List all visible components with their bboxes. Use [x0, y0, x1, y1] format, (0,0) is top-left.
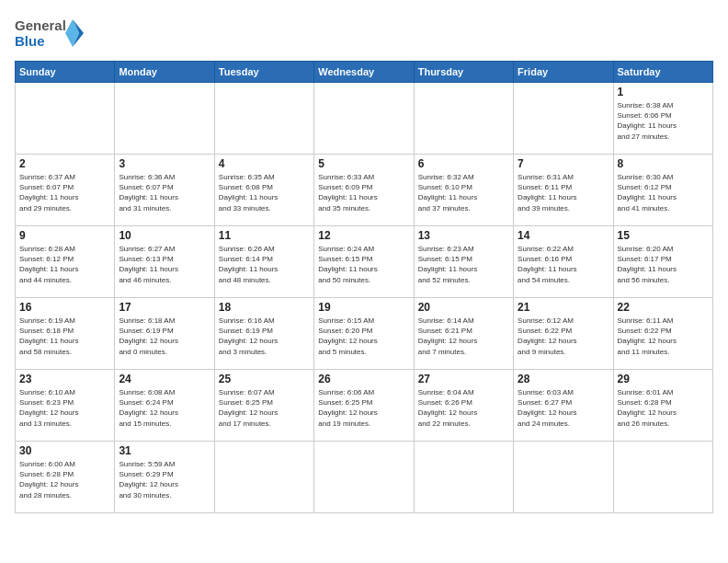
day-number: 3: [119, 157, 210, 170]
day-info: Sunrise: 6:15 AM Sunset: 6:20 PM Dayligh…: [318, 316, 409, 357]
calendar-cell: 31Sunrise: 5:59 AM Sunset: 6:29 PM Dayli…: [115, 442, 214, 513]
day-info: Sunrise: 6:01 AM Sunset: 6:28 PM Dayligh…: [618, 387, 709, 429]
day-number: 9: [19, 229, 110, 242]
weekday-monday: Monday: [115, 62, 214, 83]
day-number: 18: [219, 301, 310, 314]
calendar-week-4: 16Sunrise: 6:19 AM Sunset: 6:18 PM Dayli…: [16, 298, 713, 370]
day-number: 17: [119, 301, 210, 314]
day-number: 31: [119, 444, 210, 457]
svg-marker-3: [65, 19, 79, 47]
day-info: Sunrise: 6:12 AM Sunset: 6:22 PM Dayligh…: [518, 316, 609, 357]
calendar-cell: 18Sunrise: 6:16 AM Sunset: 6:19 PM Dayli…: [214, 298, 313, 370]
day-number: 7: [518, 157, 609, 170]
svg-text:Blue: Blue: [15, 33, 45, 49]
weekday-friday: Friday: [514, 62, 613, 83]
day-number: 28: [518, 373, 609, 385]
day-info: Sunrise: 6:33 AM Sunset: 6:09 PM Dayligh…: [318, 172, 409, 213]
day-number: 26: [318, 373, 409, 385]
calendar-cell: 21Sunrise: 6:12 AM Sunset: 6:22 PM Dayli…: [514, 298, 613, 370]
calendar-cell: 12Sunrise: 6:24 AM Sunset: 6:15 PM Dayli…: [314, 226, 414, 298]
weekday-saturday: Saturday: [613, 62, 712, 83]
day-info: Sunrise: 6:14 AM Sunset: 6:21 PM Dayligh…: [418, 316, 509, 357]
day-info: Sunrise: 6:30 AM Sunset: 6:12 PM Dayligh…: [618, 172, 709, 213]
calendar-cell: [514, 83, 613, 155]
calendar-header: SundayMondayTuesdayWednesdayThursdayFrid…: [16, 62, 713, 83]
calendar-cell: [613, 442, 712, 513]
day-number: 12: [318, 229, 409, 242]
weekday-tuesday: Tuesday: [214, 62, 313, 83]
day-number: 16: [19, 301, 110, 314]
day-info: Sunrise: 6:07 AM Sunset: 6:25 PM Dayligh…: [219, 387, 310, 429]
calendar-cell: 11Sunrise: 6:26 AM Sunset: 6:14 PM Dayli…: [214, 226, 313, 298]
calendar-cell: 9Sunrise: 6:28 AM Sunset: 6:12 PM Daylig…: [16, 226, 115, 298]
day-info: Sunrise: 6:35 AM Sunset: 6:08 PM Dayligh…: [219, 172, 310, 213]
day-number: 22: [618, 301, 709, 314]
calendar-cell: 15Sunrise: 6:20 AM Sunset: 6:17 PM Dayli…: [613, 226, 712, 298]
logo: GeneralBlue: [15, 15, 88, 52]
calendar-week-3: 9Sunrise: 6:28 AM Sunset: 6:12 PM Daylig…: [16, 226, 713, 298]
day-info: Sunrise: 5:59 AM Sunset: 6:29 PM Dayligh…: [119, 459, 210, 500]
day-number: 30: [19, 444, 110, 457]
calendar-cell: 22Sunrise: 6:11 AM Sunset: 6:22 PM Dayli…: [613, 298, 712, 370]
page: GeneralBlue SundayMondayTuesdayWednesday…: [0, 0, 728, 563]
day-info: Sunrise: 6:10 AM Sunset: 6:23 PM Dayligh…: [19, 387, 110, 429]
weekday-header-row: SundayMondayTuesdayWednesdayThursdayFrid…: [16, 62, 713, 83]
calendar-cell: [314, 442, 414, 513]
day-number: 27: [418, 373, 509, 385]
weekday-thursday: Thursday: [414, 62, 513, 83]
calendar-cell: 6Sunrise: 6:32 AM Sunset: 6:10 PM Daylig…: [414, 155, 513, 226]
day-info: Sunrise: 6:27 AM Sunset: 6:13 PM Dayligh…: [119, 244, 210, 285]
day-number: 21: [518, 301, 609, 314]
day-info: Sunrise: 6:31 AM Sunset: 6:11 PM Dayligh…: [518, 172, 609, 213]
calendar-cell: 17Sunrise: 6:18 AM Sunset: 6:19 PM Dayli…: [115, 298, 214, 370]
calendar-body: 1Sunrise: 6:38 AM Sunset: 6:06 PM Daylig…: [16, 83, 713, 513]
calendar-cell: 3Sunrise: 6:36 AM Sunset: 6:07 PM Daylig…: [115, 155, 214, 226]
calendar-cell: [214, 83, 313, 155]
weekday-wednesday: Wednesday: [314, 62, 414, 83]
day-info: Sunrise: 6:08 AM Sunset: 6:24 PM Dayligh…: [119, 387, 210, 429]
header: GeneralBlue: [15, 15, 713, 52]
day-number: 14: [518, 229, 609, 242]
calendar-cell: [414, 442, 513, 513]
day-number: 15: [618, 229, 709, 242]
day-number: 20: [418, 301, 509, 314]
day-info: Sunrise: 6:38 AM Sunset: 6:06 PM Dayligh…: [618, 100, 709, 142]
calendar-week-1: 1Sunrise: 6:38 AM Sunset: 6:06 PM Daylig…: [16, 83, 713, 155]
calendar-cell: 5Sunrise: 6:33 AM Sunset: 6:09 PM Daylig…: [314, 155, 414, 226]
calendar-cell: 14Sunrise: 6:22 AM Sunset: 6:16 PM Dayli…: [514, 226, 613, 298]
svg-text:General: General: [15, 17, 66, 33]
day-number: 13: [418, 229, 509, 242]
calendar-cell: [314, 83, 414, 155]
calendar-week-6: 30Sunrise: 6:00 AM Sunset: 6:28 PM Dayli…: [16, 442, 713, 513]
day-info: Sunrise: 6:36 AM Sunset: 6:07 PM Dayligh…: [119, 172, 210, 213]
day-number: 1: [618, 86, 709, 98]
day-info: Sunrise: 6:37 AM Sunset: 6:07 PM Dayligh…: [19, 172, 110, 213]
day-number: 29: [618, 373, 709, 385]
calendar-cell: 24Sunrise: 6:08 AM Sunset: 6:24 PM Dayli…: [115, 370, 214, 442]
day-info: Sunrise: 6:04 AM Sunset: 6:26 PM Dayligh…: [418, 387, 509, 429]
calendar-cell: 26Sunrise: 6:06 AM Sunset: 6:25 PM Dayli…: [314, 370, 414, 442]
calendar-cell: [16, 83, 115, 155]
calendar-table: SundayMondayTuesdayWednesdayThursdayFrid…: [15, 61, 713, 513]
day-info: Sunrise: 6:18 AM Sunset: 6:19 PM Dayligh…: [119, 316, 210, 357]
day-number: 6: [418, 157, 509, 170]
calendar-cell: 13Sunrise: 6:23 AM Sunset: 6:15 PM Dayli…: [414, 226, 513, 298]
day-info: Sunrise: 6:16 AM Sunset: 6:19 PM Dayligh…: [219, 316, 310, 357]
day-number: 2: [19, 157, 110, 170]
calendar-cell: 8Sunrise: 6:30 AM Sunset: 6:12 PM Daylig…: [613, 155, 712, 226]
day-number: 11: [219, 229, 310, 242]
calendar-week-2: 2Sunrise: 6:37 AM Sunset: 6:07 PM Daylig…: [16, 155, 713, 226]
day-info: Sunrise: 6:11 AM Sunset: 6:22 PM Dayligh…: [618, 316, 709, 357]
calendar-cell: [514, 442, 613, 513]
calendar-cell: 29Sunrise: 6:01 AM Sunset: 6:28 PM Dayli…: [613, 370, 712, 442]
calendar-cell: [214, 442, 313, 513]
calendar-cell: 28Sunrise: 6:03 AM Sunset: 6:27 PM Dayli…: [514, 370, 613, 442]
day-info: Sunrise: 6:24 AM Sunset: 6:15 PM Dayligh…: [318, 244, 409, 285]
day-number: 4: [219, 157, 310, 170]
calendar-cell: 20Sunrise: 6:14 AM Sunset: 6:21 PM Dayli…: [414, 298, 513, 370]
calendar-cell: [115, 83, 214, 155]
calendar-cell: 16Sunrise: 6:19 AM Sunset: 6:18 PM Dayli…: [16, 298, 115, 370]
day-number: 24: [119, 373, 210, 385]
calendar-cell: 1Sunrise: 6:38 AM Sunset: 6:06 PM Daylig…: [613, 83, 712, 155]
day-info: Sunrise: 6:00 AM Sunset: 6:28 PM Dayligh…: [19, 459, 110, 500]
